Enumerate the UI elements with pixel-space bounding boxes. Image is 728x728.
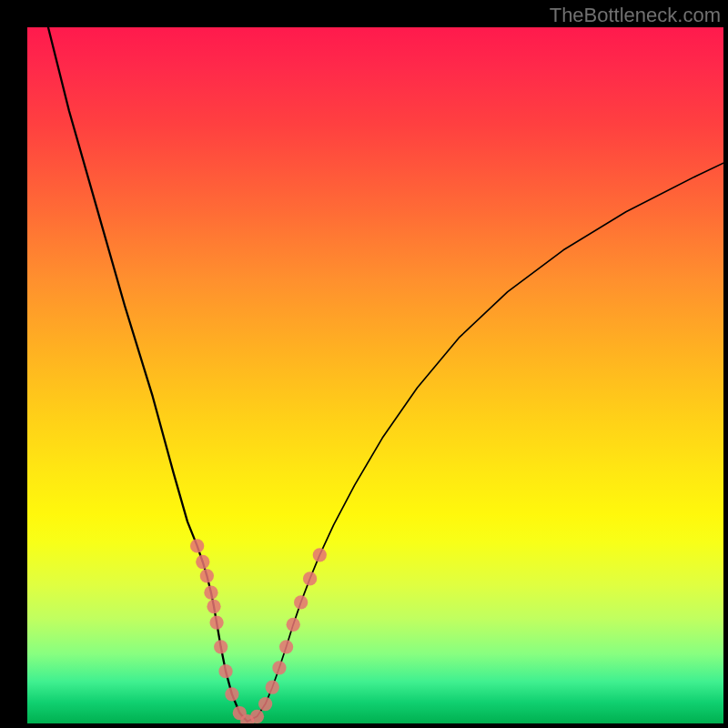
curve-overlay bbox=[27, 27, 723, 723]
data-dot bbox=[287, 618, 300, 632]
data-dot bbox=[190, 539, 204, 552]
data-dot bbox=[204, 586, 217, 600]
data-dot bbox=[209, 615, 223, 629]
data-dot bbox=[266, 681, 279, 694]
data-dot bbox=[214, 640, 228, 653]
data-dot bbox=[313, 548, 327, 561]
data-dot bbox=[200, 569, 214, 582]
watermark-text: TheBottleneck.com bbox=[550, 4, 721, 27]
data-dots bbox=[190, 539, 327, 723]
data-dot bbox=[258, 697, 272, 711]
chart-frame: TheBottleneck.com bbox=[0, 0, 728, 728]
data-dot bbox=[250, 710, 264, 723]
data-dot bbox=[294, 595, 308, 609]
data-dot bbox=[196, 555, 209, 569]
data-dot bbox=[225, 687, 238, 701]
curve-group bbox=[48, 27, 723, 722]
data-dot bbox=[218, 664, 232, 678]
data-dot bbox=[279, 640, 293, 653]
data-dot bbox=[303, 571, 317, 585]
plot-area bbox=[27, 27, 723, 723]
curve-right-branch bbox=[248, 163, 723, 722]
data-dot bbox=[207, 600, 220, 613]
data-dot bbox=[272, 661, 286, 674]
